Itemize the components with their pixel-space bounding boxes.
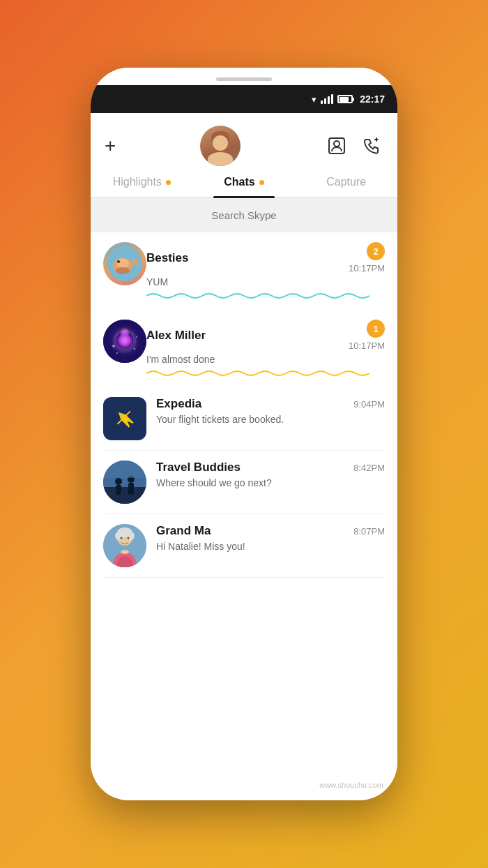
chat-item-besties[interactable]: Besties 2 10:17PM YUM [91, 232, 397, 310]
chat-name-besties: Besties [146, 251, 188, 265]
phone-grip [216, 77, 272, 81]
svg-point-33 [121, 550, 129, 554]
chat-content-alex: Alex Miller 1 10:17PM I'm almost done [146, 320, 385, 377]
svg-point-31 [121, 537, 123, 539]
phone-grip-area [91, 68, 397, 85]
chat-right-besties: 2 10:17PM [349, 242, 385, 274]
tab-capture-label: Capture [326, 176, 366, 188]
svg-point-6 [116, 258, 129, 268]
chat-message-besties: YUM [146, 276, 385, 287]
svg-point-14 [112, 345, 115, 347]
tab-capture[interactable]: Capture [295, 176, 397, 197]
chat-message-alex: I'm almost done [146, 354, 385, 365]
chat-content-besties: Besties 2 10:17PM YUM [146, 242, 385, 300]
svg-point-15 [134, 348, 136, 350]
watermark: www.shouche.com [319, 781, 383, 789]
wavy-divider-alex [146, 369, 385, 377]
chat-time-grand-ma: 8:07PM [353, 526, 385, 537]
chat-message-grand-ma: Hi Natalie! Miss you! [156, 541, 385, 552]
add-button[interactable]: + [105, 136, 116, 156]
badge-alex: 1 [367, 320, 385, 338]
chat-item-grand-ma[interactable]: Grand Ma 8:07PM Hi Natalie! Miss you! [91, 514, 397, 577]
svg-rect-20 [103, 487, 146, 504]
chat-time-besties: 10:17PM [349, 263, 385, 274]
status-icons: ▾ 22:17 [312, 93, 385, 105]
status-bar: ▾ 22:17 [91, 85, 397, 113]
svg-point-32 [128, 537, 130, 539]
calls-icon [362, 136, 381, 156]
badge-besties: 2 [367, 242, 385, 260]
chat-name-expedia: Expedia [156, 397, 201, 411]
svg-point-8 [116, 267, 130, 274]
chat-content-grand-ma: Grand Ma 8:07PM Hi Natalie! Miss you! [156, 524, 385, 552]
header-actions [325, 134, 383, 158]
chat-item-alex-miller[interactable]: Alex Miller 1 10:17PM I'm almost done [91, 310, 397, 387]
phone-frame: ▾ 22:17 + [91, 68, 397, 800]
chat-name-alex: Alex Miller [146, 329, 206, 343]
svg-rect-24 [128, 483, 134, 495]
tab-chats-label: Chats [224, 176, 254, 188]
divider-bottom [103, 577, 385, 578]
chat-avatar-grand-ma [103, 524, 146, 567]
chat-message-travel-buddies: Where should we go next? [156, 477, 385, 488]
svg-point-21 [115, 478, 122, 485]
grand-ma-avatar-image [103, 524, 146, 567]
chat-avatar-besties [103, 242, 146, 285]
chat-avatar-travel-buddies [103, 461, 146, 504]
svg-point-17 [136, 336, 137, 338]
expedia-plane-icon [113, 407, 137, 431]
chat-name-grand-ma: Grand Ma [156, 524, 211, 538]
chat-right-alex: 1 10:17PM [349, 320, 385, 351]
chats-dot [259, 180, 264, 185]
chat-content-travel-buddies: Travel Buddies 8:42PM Where should we go… [156, 461, 385, 488]
svg-point-7 [117, 260, 120, 263]
calls-button[interactable] [360, 134, 383, 158]
chat-list: Besties 2 10:17PM YUM [91, 232, 397, 779]
status-time: 22:17 [360, 93, 385, 105]
search-bar-container [91, 198, 397, 232]
chat-time-expedia: 9:04PM [353, 399, 385, 410]
besties-avatar-image [107, 246, 142, 281]
svg-rect-22 [116, 485, 121, 495]
chat-avatar-alex [103, 320, 146, 363]
chat-time-alex: 10:17PM [349, 341, 385, 351]
wifi-icon: ▾ [312, 94, 317, 105]
chat-item-travel-buddies[interactable]: Travel Buddies 8:42PM Where should we go… [91, 451, 397, 514]
chat-time-travel-buddies: 8:42PM [353, 463, 385, 473]
wavy-divider-besties [146, 292, 385, 300]
chat-name-travel-buddies: Travel Buddies [156, 461, 241, 474]
contacts-icon [327, 136, 346, 156]
travel-buddies-avatar-image [103, 461, 146, 504]
svg-rect-25 [103, 461, 146, 478]
search-input[interactable] [102, 205, 386, 225]
svg-point-1 [334, 141, 340, 147]
galaxy-glow [116, 332, 133, 349]
highlights-dot [166, 180, 171, 185]
tab-highlights[interactable]: Highlights [91, 176, 193, 197]
tab-bar: Highlights Chats Capture [91, 166, 397, 198]
tab-highlights-label: Highlights [113, 176, 162, 188]
chat-message-expedia: Your flight tickets are booked. [156, 414, 385, 425]
svg-point-16 [116, 352, 118, 354]
signal-icon [321, 94, 333, 104]
user-avatar[interactable] [200, 126, 241, 166]
app-header: + [91, 113, 397, 166]
chat-item-expedia[interactable]: Expedia 9:04PM Your flight tickets are b… [91, 387, 397, 450]
battery-icon [337, 95, 353, 103]
chat-content-expedia: Expedia 9:04PM Your flight tickets are b… [156, 397, 385, 425]
contacts-button[interactable] [325, 134, 349, 158]
tab-chats[interactable]: Chats [193, 176, 296, 197]
chat-avatar-expedia [103, 397, 146, 440]
